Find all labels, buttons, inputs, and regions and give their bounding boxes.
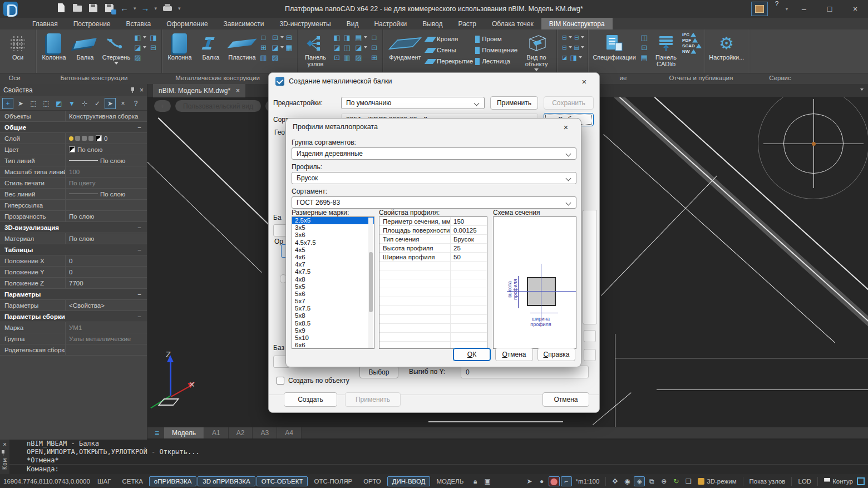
dialog-close-icon[interactable]: ×	[558, 122, 574, 132]
dropdown-icon[interactable]	[569, 46, 572, 48]
undo-dropdown-icon[interactable]: ▾	[134, 6, 136, 11]
property-row[interactable]: Слой 0	[0, 133, 147, 144]
size-mark-item[interactable]: 4x7.5	[292, 268, 374, 275]
axes-button[interactable]: Оси	[2, 32, 33, 61]
document-tab[interactable]: nBIM. Модель KM.dwg* ×	[153, 84, 245, 97]
view-dropdown-icon[interactable]	[534, 68, 539, 71]
node-copy-icon[interactable]	[342, 33, 352, 42]
modeling-item[interactable]: Перекрытие	[426, 56, 473, 66]
node-edit-icon[interactable]	[332, 43, 342, 52]
ribbon-tab[interactable]: Зависимости	[216, 18, 272, 29]
cancel-button[interactable]: Отмена	[495, 348, 533, 361]
help-dropdown-icon[interactable]: ▾	[782, 0, 791, 18]
plate-mod-icon[interactable]	[270, 43, 280, 52]
sheet-tab[interactable]: A2	[229, 427, 253, 438]
orbit-icon[interactable]: ⊕	[658, 476, 669, 486]
lineweight-bulb-icon[interactable]: ●	[536, 476, 548, 486]
foundation-button[interactable]: Фундамент	[385, 32, 425, 61]
status-toggle[interactable]: ОРТО	[358, 476, 386, 486]
status-toggle[interactable]: ШАГ	[92, 476, 116, 486]
zoom-window-icon[interactable]: ◈	[634, 476, 645, 486]
profile-i-icon[interactable]	[284, 33, 294, 42]
mark-010-icon[interactable]	[354, 33, 363, 42]
apply-preset-button[interactable]: Применить	[490, 96, 538, 110]
property-row[interactable]: Прозрачность По слою	[0, 211, 147, 222]
viewport-frame-icon[interactable]	[369, 53, 379, 62]
modeling-item[interactable]: Проем	[475, 34, 517, 44]
size-mark-item[interactable]: 5x7.5	[292, 305, 374, 312]
print-icon[interactable]	[162, 2, 173, 14]
sheet-tab[interactable]: Модель	[164, 427, 204, 438]
ribbon-tab[interactable]: Облака точек	[484, 18, 541, 29]
save-all-icon[interactable]	[104, 2, 115, 14]
report-doc-icon[interactable]	[639, 53, 649, 62]
pin-icon[interactable]	[130, 87, 135, 93]
property-row[interactable]: Положение X 0	[0, 255, 147, 267]
metal-beam-button[interactable]: Балка	[195, 32, 226, 61]
sheet-tab[interactable]: A4	[277, 427, 302, 438]
property-row[interactable]: Таблицы	[0, 244, 147, 255]
apply-check-icon[interactable]: ✓	[92, 98, 103, 109]
create-by-object-checkbox[interactable]	[277, 377, 284, 385]
concrete-rod-button[interactable]: Стержень	[101, 32, 132, 65]
flip-icon[interactable]: ◩	[53, 98, 65, 109]
property-row[interactable]: 3D-визуализация	[0, 222, 147, 233]
property-row[interactable]: Стиль печати По цвету	[0, 178, 147, 189]
view-frame-icon[interactable]	[569, 53, 578, 62]
stair-tool-icon[interactable]	[270, 33, 280, 42]
property-row[interactable]: Объекты Конструктивная сборка	[0, 111, 147, 122]
create-button[interactable]: Создать	[284, 392, 337, 407]
rebar-tool-icon[interactable]	[149, 43, 158, 52]
dim-level-icon[interactable]	[560, 43, 568, 52]
choose-button[interactable]: Выбор	[359, 366, 398, 378]
size-mark-item[interactable]: 5x6	[292, 290, 374, 298]
size-mark-item[interactable]: 3x5	[292, 224, 374, 231]
status-toggle[interactable]: ДИН-ВВОД	[387, 476, 431, 486]
filter-icon[interactable]: ▼	[66, 98, 77, 109]
dynamic-ucs-icon[interactable]: ⌐	[561, 476, 572, 486]
apply-button[interactable]: Применить	[345, 392, 401, 407]
status-toggle[interactable]: СЕТКА	[117, 476, 147, 486]
redo-dropdown-icon[interactable]: ▾	[155, 6, 157, 11]
property-row[interactable]: Параметры	[0, 289, 147, 300]
modeling-item[interactable]: Кровля	[426, 34, 473, 44]
dialog-close-icon[interactable]: ×	[576, 77, 593, 86]
regen-icon[interactable]: ↻	[670, 476, 682, 486]
ribbon-tab[interactable]: Вывод	[415, 18, 450, 29]
status-toggle[interactable]: ОТС-ОБЪЕКТ	[257, 476, 308, 486]
viewport-icon[interactable]	[369, 33, 379, 42]
node-calc-icon[interactable]	[342, 53, 352, 62]
bolt-tool-icon[interactable]	[270, 53, 280, 62]
anchor-tool-icon[interactable]	[259, 33, 268, 42]
theme-tool-icon[interactable]	[751, 2, 768, 16]
sketch-icon[interactable]	[560, 53, 568, 62]
modeling-item[interactable]: Лестница	[475, 56, 517, 66]
redo-icon[interactable]: →	[141, 2, 150, 14]
ribbon-tab[interactable]: Главная	[24, 18, 66, 29]
export-format-button[interactable]: PDF	[682, 38, 702, 43]
sheet-menu-icon[interactable]: ≡	[150, 427, 164, 438]
solid-tool-icon[interactable]	[133, 53, 142, 62]
quick-select-icon[interactable]: ⊹	[79, 98, 90, 109]
size-mark-item[interactable]: 5x9	[292, 327, 374, 334]
save-preset-button[interactable]: Сохранить	[544, 96, 594, 110]
mode-3d-button[interactable]: 3D-режим	[695, 478, 739, 485]
close-cmd-icon[interactable]: ×	[3, 441, 7, 448]
size-mark-item[interactable]: 4x7	[292, 261, 374, 268]
cursor-icon[interactable]: ➤	[15, 98, 26, 109]
ribbon-tab[interactable]: Построение	[66, 18, 119, 29]
dropdown-icon[interactable]	[143, 46, 146, 48]
modeling-item[interactable]: Помещение	[475, 45, 517, 55]
dropdown-icon[interactable]	[569, 36, 572, 38]
ribbon-tab[interactable]: Вид	[339, 18, 367, 29]
dropdown-icon[interactable]	[581, 46, 584, 48]
annotation-scale[interactable]: *m1:100	[573, 478, 603, 485]
dropdown-icon[interactable]	[280, 36, 284, 38]
viewport-add-icon[interactable]	[369, 43, 379, 52]
size-mark-item[interactable]: 4x8	[292, 276, 374, 283]
viewport-indicator-icon[interactable]	[857, 477, 865, 485]
status-toggle[interactable]: МОДЕЛЬ	[431, 476, 468, 486]
select-add-icon[interactable]: +	[2, 98, 13, 109]
property-row[interactable]: Вес линий По слою	[0, 189, 147, 200]
contour-button[interactable]: Контур	[821, 478, 856, 485]
